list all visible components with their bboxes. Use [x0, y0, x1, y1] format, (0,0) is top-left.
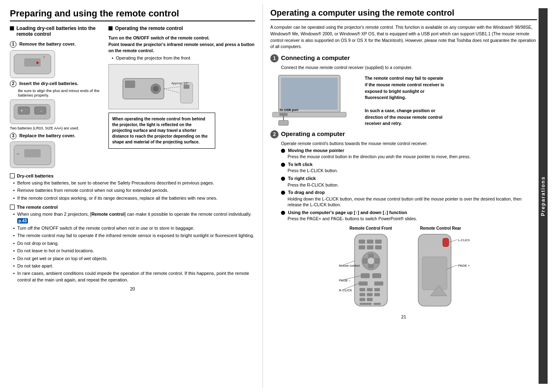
connecting-heading: Connecting a computer	[281, 54, 350, 61]
bullet-circle-3	[281, 177, 285, 181]
step1: 1 Remove the battery cover. ▶ ↑	[10, 41, 104, 78]
right-page-num: 21	[270, 314, 537, 319]
dry-cell-list: Before using the batteries, be sure to o…	[10, 180, 255, 201]
right-page: Operating a computer using the remote co…	[263, 4, 555, 388]
remote-front-diagram: Mouse control PAGE – R-CLICK	[338, 232, 404, 311]
svg-rect-44	[359, 281, 368, 286]
svg-line-19	[164, 89, 180, 93]
op-item-2: To left click Press the L-CLICK button.	[281, 161, 537, 174]
remote-ctrl-item-1: When using more than 2 projectors, [Remo…	[13, 211, 255, 224]
operating-desc: Operate remote control's buttons towards…	[281, 141, 537, 146]
svg-rect-54	[359, 303, 372, 305]
section2-num: 2	[270, 130, 279, 138]
section1-num: 1	[270, 54, 279, 62]
svg-text:R-CLICK: R-CLICK	[339, 288, 352, 292]
section1-heading: Loading dry-cell batteries into the remo…	[16, 25, 104, 37]
left-page-title: Preparing and using the remote control	[10, 8, 255, 21]
dry-cell-section: Dry-cell batteries Before using the batt…	[10, 173, 255, 201]
op-item-4: To drag and drop Holding down the L-CLIC…	[281, 189, 537, 208]
left-page-num: 20	[10, 286, 255, 291]
connecting-desc: Connect the mouse remote control receive…	[281, 65, 537, 70]
step1-image: ▶ ↑	[10, 50, 55, 78]
svg-rect-52	[359, 298, 365, 301]
step2-image: + −	[10, 99, 55, 124]
icon-square2	[10, 205, 15, 210]
operate-list: Moving the mouse pointer Press the mouse…	[281, 148, 537, 222]
remote-ctrl-item-3: The remote control may fail to operate i…	[13, 233, 255, 239]
operating-computer-section: 2 Operating a computer Operate remote co…	[270, 130, 537, 311]
remote-ctrl-item-6: Do not get wet or place on top of wet ob…	[13, 256, 255, 262]
dry-cell-item-1: Before using the batteries, be sure to o…	[13, 180, 255, 186]
svg-rect-53	[367, 298, 373, 301]
svg-rect-64	[443, 238, 449, 247]
svg-rect-5	[18, 107, 30, 114]
svg-line-18	[164, 87, 180, 89]
projector-image: Approx. 15°	[108, 64, 199, 109]
op-item-1: Moving the mouse pointer Press the mouse…	[281, 148, 537, 160]
battery-section: Loading dry-cell batteries into the remo…	[10, 25, 104, 170]
svg-text:−: −	[40, 109, 42, 113]
laptop-svg: To USB port Mouse remote control receive…	[270, 73, 357, 127]
laptop-wrapper: To USB port Mouse remote control receive…	[270, 73, 357, 124]
operating-section: Operating the remote control Turn on the…	[108, 25, 255, 170]
remote-ctrl-item-2: Turn off the ON/OFF switch of the remote…	[13, 225, 255, 231]
svg-rect-32	[375, 240, 382, 244]
remote-step1-svg: ▶ ↑	[12, 52, 53, 76]
operating-sub2: Point toward the projector's infrared re…	[108, 42, 255, 53]
black-square-icon2	[108, 26, 113, 30]
bullet-circle-1	[281, 149, 285, 153]
svg-text:L-CLICK: L-CLICK	[458, 238, 470, 242]
svg-rect-31	[367, 240, 373, 244]
intro-text: A computer can be operated using the pro…	[270, 24, 537, 50]
svg-text:▶: ▶	[37, 61, 39, 65]
step1-num: 1	[10, 41, 16, 48]
svg-rect-34	[367, 245, 373, 249]
svg-rect-42	[361, 273, 370, 278]
step1-label: 1 Remove the battery cover.	[10, 41, 104, 48]
black-square-icon	[10, 26, 14, 30]
svg-rect-35	[375, 245, 382, 249]
operating-header: 2 Operating a computer	[270, 130, 537, 138]
section2-header: Operating the remote control	[108, 25, 255, 33]
remote-front-wrapper: Remote Control Front	[338, 226, 404, 311]
svg-rect-48	[374, 288, 380, 291]
svg-rect-46	[359, 288, 365, 291]
svg-rect-13	[125, 81, 135, 88]
remote-control-section: The remote control When using more than …	[10, 205, 255, 283]
right-page-content: Operating a computer using the remote co…	[270, 8, 537, 384]
connecting-header: 1 Connecting a computer	[270, 54, 537, 62]
left-page: Preparing and using the remote control L…	[0, 4, 263, 388]
right-page-title: Operating a computer using the remote co…	[270, 8, 537, 20]
step2-note: Two batteries (LR03, SIZE AAA) are used.	[10, 126, 104, 130]
svg-text:PAGE +: PAGE +	[458, 264, 470, 267]
svg-text:Approx. 15°: Approx. 15°	[171, 81, 189, 85]
remote-rear-diagram: L-CLICK PAGE +	[412, 232, 470, 311]
svg-rect-45	[374, 281, 383, 286]
svg-text:←: ←	[16, 151, 21, 157]
connecting-section: 1 Connecting a computer Connect the mous…	[270, 54, 537, 127]
remote-step3-svg: ←	[12, 143, 53, 167]
svg-text:PAGE –: PAGE –	[339, 279, 351, 282]
remote-ctrl-item-5: Do not leave in hot or humid locations.	[13, 248, 255, 254]
remote-ctrl-item-8: In rare cases, ambient conditions could …	[13, 270, 255, 283]
step2-label: 2 Insert the dry-cell batteries.	[10, 81, 104, 87]
bullet-circle-2	[281, 163, 285, 167]
remote-ctrl-item-7: Do not take apart.	[13, 263, 255, 269]
bullet-circle-5	[281, 211, 285, 215]
page-link[interactable]: p.43	[17, 218, 28, 224]
warning-box: When operating the remote control from b…	[108, 113, 215, 149]
connect-diagram: To USB port Mouse remote control receive…	[270, 73, 537, 127]
step2: 2 Insert the dry-cell batteries. Be sure…	[10, 81, 104, 130]
remote-diagram: Remote Control Front	[270, 226, 537, 311]
dry-cell-item-2: Remove batteries from remote control whe…	[13, 187, 255, 194]
op-item-5: Using the computer's page up [↑] and dow…	[281, 210, 537, 222]
svg-rect-17	[184, 85, 189, 89]
svg-rect-33	[359, 245, 365, 249]
battery-svg: + −	[12, 101, 53, 122]
step3-image: ←	[10, 141, 55, 168]
step2-num: 2	[10, 81, 16, 87]
section2-heading: Operating the remote control	[115, 25, 183, 31]
svg-text:+: +	[21, 108, 23, 113]
dry-cell-heading: Dry-cell batteries	[10, 173, 255, 178]
svg-rect-40	[374, 258, 379, 264]
